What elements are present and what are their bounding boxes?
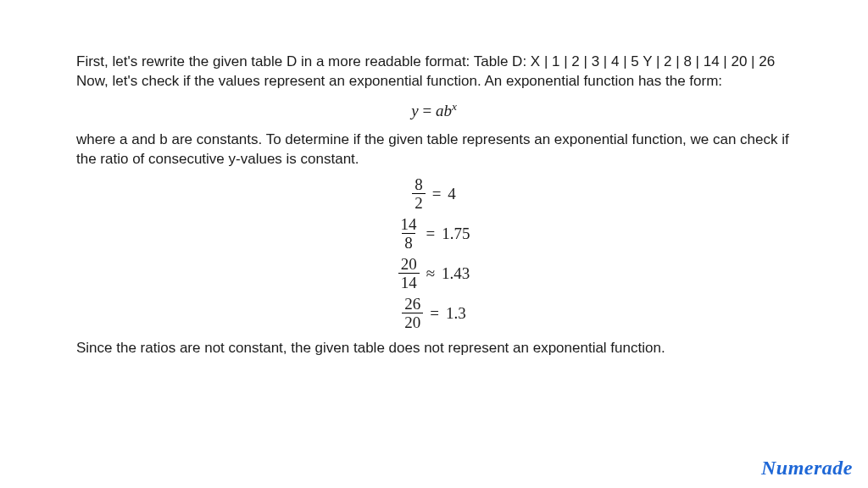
fraction: 20 14 [398,256,420,291]
ratio-list: 8 2 = 4 14 8 = 1.75 20 14 ≈ 1.43 26 20 =… [76,176,792,330]
fraction-numerator: 8 [412,176,426,193]
ratio-row: 8 2 = 4 [412,176,456,211]
fraction-denominator: 20 [402,313,423,330]
fraction-denominator: 14 [398,273,420,291]
ratio-value: 4 [448,185,456,203]
fraction-denominator: 2 [412,193,426,211]
fraction: 8 2 [412,176,426,211]
fraction-numerator: 14 [398,216,420,233]
fraction-denominator: 8 [402,233,415,251]
ratio-operator: = [430,304,439,323]
ratio-operator: = [426,225,436,243]
conclusion-paragraph: Since the ratios are not constant, the g… [76,339,792,358]
ratio-row: 26 20 = 1.3 [402,296,465,330]
ratio-row: 14 8 = 1.75 [398,216,470,251]
ratio-value: 1.43 [442,264,470,283]
equation-lhs: y [411,102,418,119]
equation-exponential-form: y = abx [76,100,792,120]
fraction-numerator: 26 [402,296,423,313]
equation-exponent: x [452,100,457,113]
equation-eq: = [419,102,436,119]
brand-watermark: Numerade [761,457,853,480]
intro-paragraph: First, let's rewrite the given table D i… [76,53,792,92]
ratio-value: 1.3 [446,304,466,323]
fraction: 26 20 [402,296,423,330]
ratio-value: 1.75 [442,225,470,243]
ratio-operator: ≈ [426,264,435,283]
ratio-operator: = [432,185,442,203]
fraction: 14 8 [398,216,420,251]
equation-b: b [443,102,452,119]
method-paragraph: where a and b are constants. To determin… [76,130,792,169]
equation-a: a [436,102,444,119]
fraction-numerator: 20 [398,256,420,273]
ratio-row: 20 14 ≈ 1.43 [398,256,470,291]
